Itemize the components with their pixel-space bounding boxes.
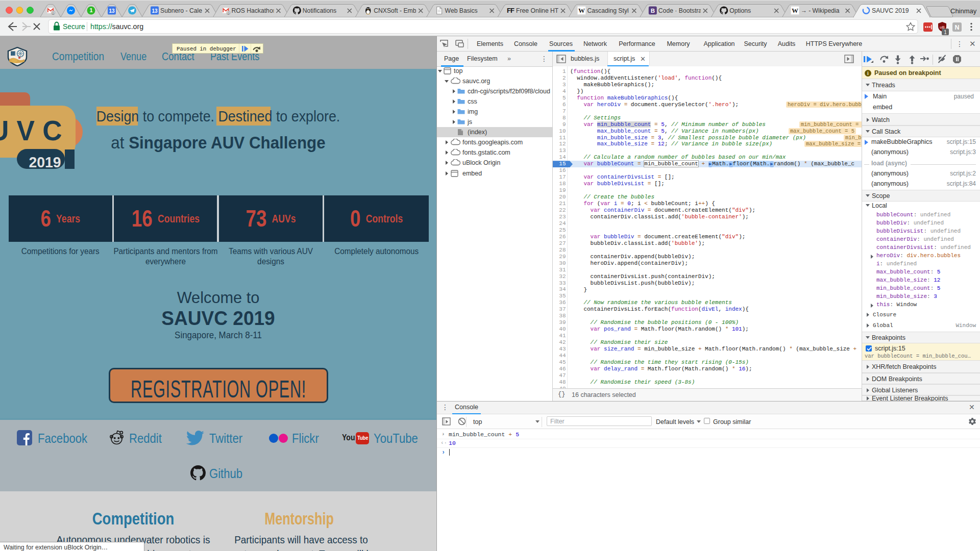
svg-text:N: N: [954, 24, 959, 31]
svg-text:ROS Hackathon: ROS Hackathon: [231, 7, 276, 14]
svg-text:Web Basics: Web Basics: [445, 7, 478, 14]
svg-text:13: 13: [109, 8, 115, 14]
svg-text:https://sauvc.org: https://sauvc.org: [90, 22, 143, 31]
svg-text:Cascading Styl: Cascading Styl: [587, 7, 628, 14]
svg-text:13: 13: [152, 8, 158, 14]
svg-text:1: 1: [89, 7, 92, 13]
svg-text:→ - Wikipedia: → - Wikipedia: [801, 7, 840, 14]
svg-text:Free Online HT: Free Online HT: [516, 7, 559, 14]
svg-text:Options: Options: [729, 7, 751, 14]
svg-text:Chinmay: Chinmay: [950, 7, 977, 15]
svg-text:0: 0: [227, 11, 229, 15]
svg-text:W: W: [792, 7, 798, 14]
svg-text:FF: FF: [507, 7, 514, 14]
svg-text:Code · Bootstra: Code · Bootstra: [658, 7, 702, 14]
svg-text:B: B: [651, 8, 655, 14]
svg-text:0: 0: [52, 11, 54, 15]
svg-text:CNXSoft - Emb: CNXSoft - Emb: [374, 7, 416, 14]
svg-text:Subnero - Cale: Subnero - Cale: [160, 7, 202, 14]
svg-text:Notifications: Notifications: [303, 7, 336, 14]
svg-text:W: W: [578, 7, 585, 14]
svg-text:SAUVC 2019: SAUVC 2019: [872, 7, 909, 14]
svg-text:1: 1: [944, 30, 947, 35]
svg-text:Secure: Secure: [63, 23, 85, 31]
